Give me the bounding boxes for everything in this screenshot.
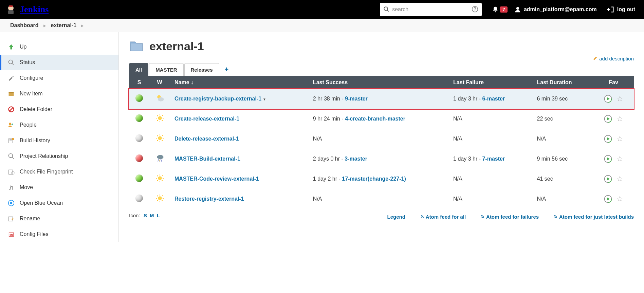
notifications-button[interactable]: 7 [492,6,508,13]
sidebar-item-move[interactable]: Move [0,180,118,195]
svg-point-15 [9,123,11,125]
col-failure[interactable]: Last Failure [448,76,532,89]
user-link[interactable]: admin_platform@epam.com [514,6,597,13]
sidebar-item-up[interactable]: Up [0,39,118,55]
sidebar-item-config-files[interactable]: cfgConfig Files [0,226,118,242]
job-link[interactable]: Create-release-external-1 [174,116,239,122]
svg-point-9 [9,60,13,64]
job-link[interactable]: Create-registry-backup-external-1 [174,96,261,102]
icon-size-m[interactable]: M [150,213,154,218]
icon-size-row: Icon: S M L [129,213,161,218]
sidebar-item-label: Status [20,59,35,66]
job-link[interactable]: MASTER-Code-review-external-1 [174,176,259,182]
svg-line-40 [162,120,163,121]
schedule-build-button[interactable] [604,134,612,143]
status-ball-icon[interactable] [135,94,143,102]
logout-link[interactable]: log out [607,6,635,13]
feed-failures-link[interactable]: Atom feed for failures [481,214,539,220]
weather-icon[interactable] [155,134,164,142]
weather-icon[interactable] [155,154,164,162]
schedule-build-button[interactable] [604,94,612,103]
favorite-toggle[interactable]: ☆ [617,154,623,163]
add-tab-button[interactable]: + [220,63,234,76]
sidebar-item-fingerprint[interactable]: Check File Fingerprint [0,164,118,180]
favorite-toggle[interactable]: ☆ [617,114,623,123]
job-link[interactable]: Delete-release-external-1 [174,136,239,142]
status-ball-icon[interactable] [135,195,143,202]
build-link[interactable]: 4-create-branch-master [345,116,405,122]
svg-rect-2 [9,5,13,7]
search-box[interactable] [380,3,482,16]
col-success[interactable]: Last Success [308,76,448,89]
build-link[interactable]: 3-master [345,156,367,162]
svg-point-16 [12,124,13,125]
logo-link[interactable]: Jenkins [5,4,49,15]
rename-icon [7,215,15,222]
sidebar-item-history[interactable]: Build History [0,133,118,148]
tab-all[interactable]: All [129,63,148,76]
favorite-toggle[interactable]: ☆ [617,134,623,143]
search-input[interactable] [392,6,469,13]
help-icon[interactable] [472,6,478,14]
search-icon [383,6,389,13]
up-icon [7,43,15,51]
svg-line-77 [157,200,158,201]
favorite-toggle[interactable]: ☆ [617,195,623,203]
status-ball-icon[interactable] [135,134,143,142]
last-success-cell: 9 hr 24 min - 4-create-branch-master [308,109,448,129]
job-link[interactable]: MASTER-Build-external-1 [174,156,240,162]
last-success-cell: 1 day 2 hr - 17-master(change-227-1) [308,169,448,189]
favorite-toggle[interactable]: ☆ [617,94,623,103]
svg-point-6 [475,11,475,11]
sidebar-item-blue-ocean[interactable]: Open Blue Ocean [0,195,118,211]
feed-all-link[interactable]: Atom feed for all [420,214,466,220]
col-fav[interactable]: Fav [593,76,634,89]
status-ball-icon[interactable] [135,114,143,122]
build-link[interactable]: 17-master(change-227-1) [342,176,406,182]
status-ball-icon[interactable] [135,154,143,162]
status-ball-icon[interactable] [135,175,143,182]
build-link[interactable]: 6-master [482,96,505,102]
tab-releases[interactable]: Releases [184,63,219,76]
sidebar-item-label: Build History [20,138,50,144]
schedule-build-button[interactable] [604,195,612,203]
icon-size-s[interactable]: S [144,213,147,218]
schedule-build-button[interactable] [604,175,612,183]
breadcrumb-dashboard[interactable]: Dashboard [10,22,39,29]
job-name-cell: Create-registry-backup-external-1▼ [170,89,308,109]
chevron-down-icon[interactable]: ▼ [263,97,266,101]
sidebar-item-status[interactable]: Status [0,55,118,70]
icon-size-l[interactable]: L [157,213,160,218]
col-status[interactable]: S [129,76,149,89]
build-link[interactable]: 7-master [482,156,505,162]
col-duration[interactable]: Last Duration [532,76,593,89]
svg-line-39 [157,115,158,116]
weather-icon[interactable] [155,114,164,122]
svg-point-45 [158,136,162,140]
feed-links: Legend Atom feed for all Atom feed for f… [374,214,634,220]
tab-master[interactable]: MASTER [149,63,183,76]
build-link[interactable]: 9-master [345,96,368,102]
legend-link[interactable]: Legend [387,214,405,220]
feed-latest-link[interactable]: Atom feed for just latest builds [554,214,634,220]
svg-rect-19 [10,141,12,141]
schedule-build-button[interactable] [604,114,612,123]
breadcrumb-folder[interactable]: external-1 [51,22,77,29]
svg-line-4 [387,10,389,12]
sidebar-item-rename[interactable]: Rename [0,211,118,226]
sidebar-item-configure[interactable]: Configure [0,70,118,86]
col-weather[interactable]: W [149,76,170,89]
col-name[interactable]: Name ↓ [170,76,308,89]
weather-icon[interactable] [155,174,164,182]
sidebar-item-new-item[interactable]: New Item [0,86,118,102]
job-name-cell: MASTER-Code-review-external-1 [170,169,308,189]
schedule-build-button[interactable] [604,154,612,163]
sidebar-item-delete[interactable]: Delete Folder [0,102,118,117]
sidebar-item-people[interactable]: People [0,117,118,133]
favorite-toggle[interactable]: ☆ [617,175,623,183]
job-link[interactable]: Restore-registry-external-1 [174,196,244,202]
weather-icon[interactable] [155,94,164,102]
add-description-link[interactable]: add description [593,56,634,61]
sidebar-item-relationship[interactable]: Project Relationship [0,148,118,164]
weather-icon[interactable] [155,194,164,202]
